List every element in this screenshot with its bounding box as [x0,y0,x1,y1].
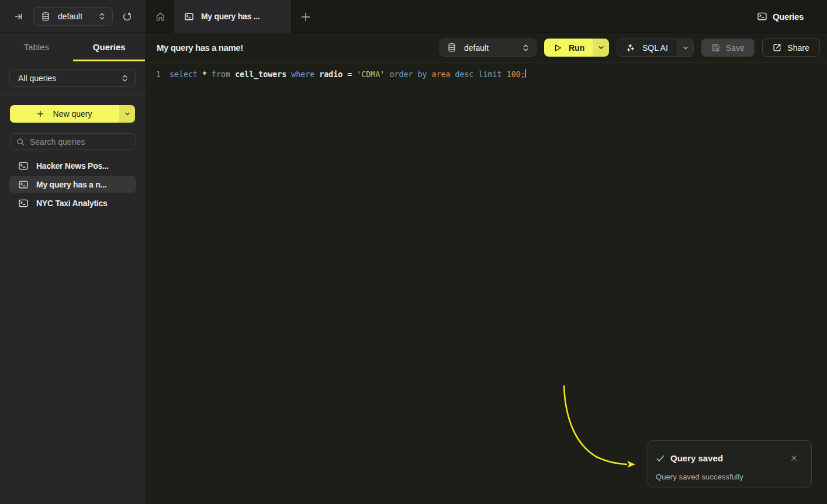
search-queries-input[interactable] [30,137,130,147]
play-icon [554,44,562,52]
search-icon [17,138,24,145]
sidebar-divider [0,94,146,95]
toast-query-saved: Query saved Query saved successfully [648,440,812,488]
new-tab-icon[interactable] [301,12,310,21]
run-button[interactable]: Run [544,39,609,57]
query-name: Hacker News Pos... [36,161,109,171]
text-caret [525,69,527,78]
toast-message: Query saved successfully [656,472,743,481]
query-title: My query has a name! [157,43,243,53]
toast-title: Query saved [670,453,723,463]
sql-ai-dropdown[interactable] [677,39,693,56]
sql-ai-label: SQL AI [642,43,668,53]
tab-bar: My query has ... Queries [146,0,827,33]
home-icon[interactable] [156,12,164,20]
run-label: Run [569,43,584,53]
tab-tables[interactable]: Tables [0,33,73,61]
panel-title-label: Queries [773,12,804,22]
collapse-sidebar-icon[interactable] [14,12,24,22]
terminal-icon [19,199,28,207]
terminal-icon [757,12,767,20]
save-icon [711,43,720,52]
share-button[interactable]: Share [762,39,820,57]
sql-ai-button[interactable]: SQL AI [617,39,694,57]
tab-queries-label: Queries [93,42,126,52]
editor-header: My query has a name! default [146,33,827,62]
terminal-icon [19,180,28,189]
new-query-button[interactable]: New query [10,105,135,123]
query-name: NYC Taxi Analytics [36,199,108,208]
toolbar: default Run [440,39,820,57]
database-icon [448,43,455,52]
new-query-label: New query [53,109,92,119]
tab-queries[interactable]: Queries [73,33,146,61]
main-area: My query has ... Queries My query has a … [146,0,827,504]
query-list-item[interactable]: NYC Taxi Analytics [9,194,136,211]
queries-filter-value: All queries [18,74,56,83]
sidebar-tabs: Tables Queries [0,33,146,61]
chevron-updown-icon [99,12,105,20]
database-icon [42,12,49,21]
terminal-icon [185,13,193,20]
toast-header: Query saved [656,453,723,463]
chevron-updown-icon [523,44,529,52]
sql-ai-main[interactable]: SQL AI [617,39,677,56]
toolbar-database-selector[interactable]: default [440,39,537,57]
sql-editor[interactable]: 1 select * from cell_towers where radio … [146,62,827,81]
terminal-icon [19,162,28,170]
close-icon[interactable] [791,456,797,461]
panel-title: Queries [757,0,804,33]
plus-icon [37,111,43,117]
query-list: Hacker News Pos... My query has a n... [9,157,136,213]
run-dropdown[interactable] [593,39,609,57]
tab-active[interactable]: My query has ... [174,0,291,33]
share-label: Share [787,43,809,53]
sidebar-top-bar: default [0,0,146,33]
database-name: default [58,12,82,21]
tab-tables-label: Tables [24,42,49,52]
new-query-dropdown[interactable] [119,105,135,123]
sidebar-database-selector[interactable]: default [33,7,113,26]
code-line-1[interactable]: 1 select * from cell_towers where radio … [146,69,827,81]
save-button[interactable]: Save [701,39,755,57]
tab-label: My query has ... [201,12,259,21]
chevron-updown-icon [122,74,128,82]
sidebar: default Tables Queries All queries [0,0,146,504]
run-button-main[interactable]: Run [544,39,593,57]
query-name: My query has a n... [36,180,107,189]
save-label: Save [726,43,745,53]
line-number: 1 [146,69,169,81]
toolbar-database-name: default [464,43,489,53]
query-list-item[interactable]: Hacker News Pos... [9,157,136,174]
check-icon [656,455,665,462]
code-line-tokens: select * from cell_towers where radio = … [169,69,525,81]
share-icon [773,43,781,52]
query-list-item-selected[interactable]: My query has a n... [9,176,136,193]
sparkles-icon [627,43,635,53]
new-query-main[interactable]: New query [10,105,119,123]
queries-filter-select[interactable]: All queries [9,69,136,87]
refresh-icon[interactable] [123,12,132,20]
tabbar-divider [320,0,320,33]
search-queries-box [10,133,136,150]
